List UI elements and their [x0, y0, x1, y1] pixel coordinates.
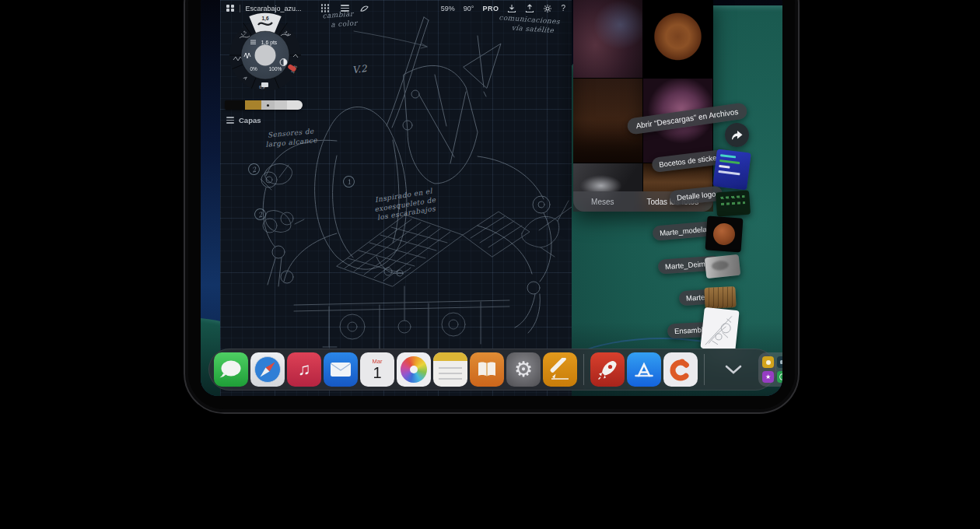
app-library-mini-tips	[762, 356, 774, 368]
chevron-down-icon	[725, 365, 742, 374]
swatch-light-gray[interactable]	[275, 100, 287, 110]
export-icon[interactable]	[525, 4, 534, 13]
app-app-store[interactable]	[627, 352, 661, 387]
dock-divider	[583, 354, 584, 385]
app-rocket[interactable]	[590, 352, 625, 387]
photos-app-window: Meses Todas las fotos	[573, 0, 713, 212]
app-sketch-pen[interactable]	[543, 352, 577, 387]
tab-todas-las-fotos[interactable]: Todas las fotos	[632, 198, 713, 206]
photo-orion-nebula[interactable]	[643, 79, 712, 163]
help-button[interactable]: ?	[561, 4, 565, 12]
tab-meses[interactable]: Meses	[573, 198, 632, 206]
tool-wheel[interactable]: 1,6 1,3 3,5 14,5 6,9 A	[222, 12, 309, 102]
app-safari[interactable]	[250, 352, 285, 387]
drawing-app-window: Escarabajo_azu... 59% 90° PRO	[220, 0, 572, 396]
music-note-icon: ♫	[298, 361, 311, 378]
photo-horsehead-nebula[interactable]	[573, 0, 642, 78]
layers-label: Capas	[239, 116, 261, 124]
app-music[interactable]: ♫	[287, 352, 321, 387]
swatch-gray-selected[interactable]	[261, 100, 275, 110]
dock-divider-2	[704, 354, 705, 385]
layers-panel-toggle[interactable]: Capas	[226, 116, 261, 124]
pro-badge[interactable]: PRO	[482, 5, 499, 12]
opacity-max-label: 100%	[269, 66, 282, 72]
app-messages[interactable]	[214, 352, 248, 387]
photos-tab-bar: Meses Todas las fotos	[573, 191, 713, 212]
annotation-version-note: V.2	[352, 63, 368, 77]
stage: Escarabajo_azu... 59% 90° PRO	[0, 0, 980, 529]
settings-gear-icon[interactable]	[543, 4, 552, 13]
app-color-c[interactable]	[663, 352, 698, 387]
dock: ♫ Mar 1 ⚙	[208, 349, 776, 391]
photo-mars-landscape[interactable]	[573, 79, 642, 163]
app-photos[interactable]	[397, 352, 431, 387]
safari-compass-icon	[250, 352, 285, 387]
wheel-fill-tool-icon[interactable]	[261, 82, 268, 87]
workspace-grid-icon[interactable]	[226, 5, 234, 12]
drawing-toolbar: Escarabajo_azu... 59% 90° PRO	[220, 0, 572, 16]
layers-icon[interactable]	[341, 5, 349, 12]
messages-bubble-icon	[214, 352, 248, 387]
calendar-month: Mar	[373, 359, 383, 365]
app-library-mini-camera	[777, 356, 782, 368]
import-icon[interactable]	[507, 4, 516, 13]
ipad-screen: Escarabajo_azu... 59% 90° PRO	[201, 0, 782, 396]
settings-gear-glyph: ⚙	[514, 359, 533, 380]
calendar-day: 1	[373, 365, 381, 380]
app-settings[interactable]: ⚙	[506, 352, 541, 387]
precision-grid-icon[interactable]	[321, 4, 330, 12]
toolbar-divider	[240, 5, 240, 12]
rocket-icon	[596, 358, 619, 381]
swatch-white[interactable]	[287, 100, 303, 110]
app-library[interactable]: ★	[758, 352, 782, 387]
selection-pen-icon[interactable]	[359, 3, 369, 13]
app-library-mini-green	[777, 371, 782, 383]
photo-grid	[573, 0, 713, 212]
rotation-value[interactable]: 90°	[464, 5, 474, 12]
app-notes[interactable]	[433, 352, 467, 387]
mail-envelope-icon	[330, 362, 352, 377]
opacity-min-label: 0%	[250, 66, 257, 72]
zoom-level[interactable]: 59%	[441, 5, 455, 12]
app-books[interactable]	[470, 352, 504, 387]
pen-icon	[548, 358, 572, 381]
wheel-color-preview[interactable]	[255, 45, 276, 66]
app-library-mini-star: ★	[762, 371, 774, 383]
document-title[interactable]: Escarabajo_azu...	[246, 5, 302, 12]
dock-chevron-button[interactable]	[720, 352, 747, 387]
layers-list-icon	[226, 117, 234, 124]
swatch-gold[interactable]	[245, 100, 261, 110]
brush-size-value: 1,6 pts	[261, 40, 278, 46]
notes-yellow-bar	[433, 352, 467, 361]
color-swatch-bar[interactable]	[225, 100, 303, 110]
photo-mars-globe[interactable]	[643, 0, 712, 78]
swatch-black[interactable]	[225, 100, 245, 110]
app-mail[interactable]	[324, 352, 358, 387]
app-store-a-icon	[632, 357, 656, 382]
app-calendar[interactable]: Mar 1	[360, 352, 394, 387]
orange-c-swirl-icon	[667, 356, 694, 383]
books-open-book-icon	[477, 361, 497, 378]
photos-flower-icon	[401, 356, 427, 383]
